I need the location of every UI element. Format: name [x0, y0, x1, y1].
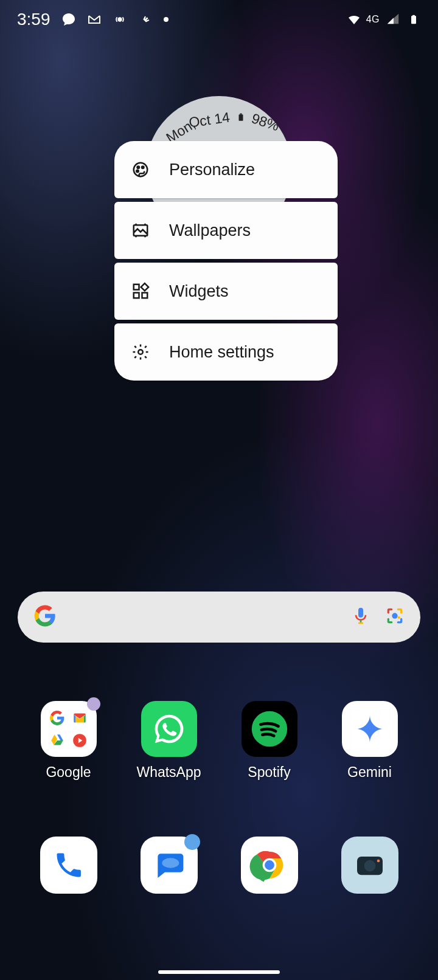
svg-rect-15: [358, 608, 363, 618]
whatsapp-icon: [141, 701, 197, 757]
svg-point-5: [134, 163, 148, 177]
svg-rect-12: [142, 293, 148, 298]
svg-rect-1: [411, 16, 416, 24]
phone-icon: [40, 837, 97, 894]
svg-rect-10: [134, 285, 139, 290]
battery-mini-icon: [237, 111, 245, 126]
google-mini-icon: [48, 708, 67, 727]
menu-label: Personalize: [169, 160, 255, 179]
status-right: 4G: [347, 12, 421, 27]
gear-icon: [131, 343, 150, 361]
google-search-bar[interactable]: [18, 592, 420, 643]
gmail-mini-icon: [71, 708, 89, 727]
status-bar[interactable]: 3:59 4G: [0, 0, 438, 39]
widgets-icon: [131, 282, 150, 300]
status-left: 3:59: [17, 10, 169, 29]
palette-icon: [131, 160, 150, 179]
youtube-mini-icon: [71, 731, 89, 750]
svg-point-14: [138, 350, 143, 354]
svg-point-8: [136, 170, 139, 173]
dock-phone[interactable]: [26, 837, 111, 894]
drive-mini-icon: [48, 731, 67, 750]
image-icon: [131, 221, 150, 240]
more-dot-icon: [164, 17, 169, 22]
app-spotify[interactable]: Spotify: [227, 701, 312, 781]
dock: [0, 837, 438, 894]
app-label: Gemini: [347, 764, 392, 781]
home-context-menu: Personalize Wallpapers Widgets Home sett…: [114, 141, 338, 381]
menu-home-settings[interactable]: Home settings: [114, 323, 338, 381]
dock-chrome[interactable]: [227, 837, 312, 894]
google-logo-icon: [33, 604, 57, 630]
chat-icon: [61, 12, 76, 27]
app-row: Google WhatsApp Spotify Gemini: [0, 701, 438, 781]
svg-point-26: [377, 860, 380, 863]
app-google-folder[interactable]: Google: [26, 701, 111, 781]
menu-label: Home settings: [169, 343, 274, 362]
lens-icon[interactable]: [385, 606, 405, 628]
svg-rect-3: [239, 114, 243, 121]
menu-widgets[interactable]: Widgets: [114, 263, 338, 320]
status-time: 3:59: [17, 10, 50, 29]
svg-rect-11: [134, 293, 139, 298]
menu-wallpapers[interactable]: Wallpapers: [114, 202, 338, 259]
notification-badge: [87, 697, 100, 711]
date-arc: Mon, Oct 14 98%: [158, 111, 280, 127]
dock-messages[interactable]: [127, 837, 212, 894]
app-label: Spotify: [248, 764, 290, 781]
network-label: 4G: [366, 14, 380, 25]
app-gemini[interactable]: Gemini: [327, 701, 412, 781]
svg-point-6: [137, 167, 140, 169]
svg-point-25: [364, 860, 375, 872]
battery-icon: [406, 12, 421, 27]
svg-point-16: [392, 613, 397, 618]
svg-rect-2: [412, 15, 415, 16]
svg-point-20: [162, 858, 179, 868]
app-whatsapp[interactable]: WhatsApp: [127, 701, 212, 781]
menu-label: Widgets: [169, 282, 229, 301]
notification-badge: [184, 834, 200, 850]
chrome-icon: [241, 837, 298, 894]
signal-icon: [386, 12, 400, 27]
app-label: Google: [46, 764, 91, 781]
clap-icon: [138, 12, 153, 27]
nav-handle[interactable]: [158, 970, 280, 974]
menu-label: Wallpapers: [169, 221, 251, 240]
camera-icon: [341, 837, 398, 894]
mic-icon[interactable]: [351, 606, 370, 628]
menu-personalize[interactable]: Personalize: [114, 141, 338, 198]
messages-icon: [141, 837, 198, 894]
gemini-icon: [342, 701, 398, 757]
spotify-icon: [242, 701, 297, 757]
svg-rect-4: [240, 114, 243, 115]
wifi-icon: [347, 12, 361, 27]
dock-camera[interactable]: [327, 837, 412, 894]
app-label: WhatsApp: [136, 764, 201, 781]
svg-point-7: [142, 167, 144, 169]
hotspot-icon: [113, 12, 127, 27]
svg-rect-13: [141, 283, 148, 291]
gmail-icon: [87, 12, 102, 27]
svg-point-0: [118, 18, 122, 21]
google-folder-icon: [41, 701, 97, 757]
svg-point-17: [398, 616, 400, 619]
